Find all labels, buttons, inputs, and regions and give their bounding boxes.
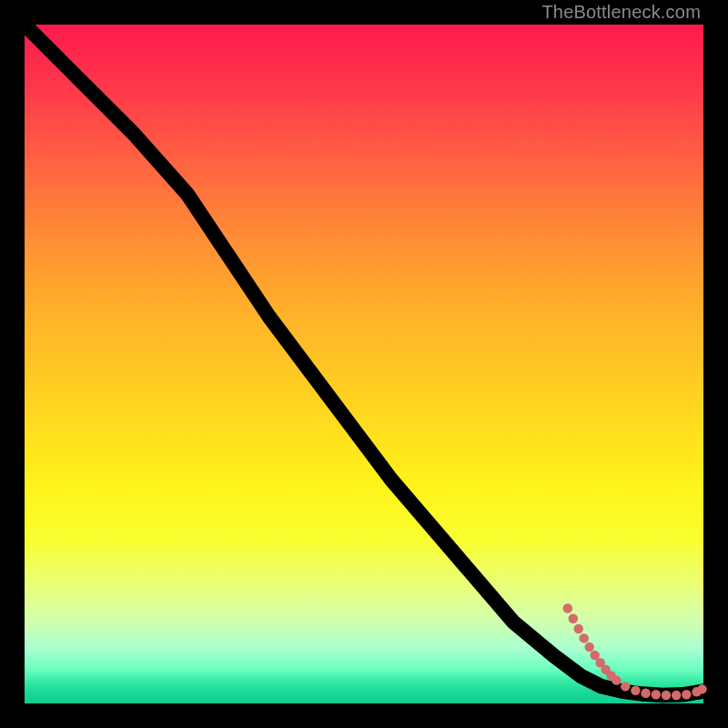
data-point	[579, 633, 588, 642]
data-point	[641, 689, 650, 698]
data-point	[652, 690, 661, 699]
data-point	[563, 603, 572, 612]
data-point	[574, 624, 583, 633]
data-point	[631, 686, 640, 695]
chart-frame: TheBottleneck.com	[0, 0, 728, 728]
chart-overlay	[25, 25, 703, 703]
data-point	[672, 691, 681, 700]
data-point	[612, 675, 621, 684]
watermark-text: TheBottleneck.com	[541, 2, 701, 23]
data-point	[682, 690, 691, 699]
data-point	[569, 614, 578, 623]
data-point	[584, 642, 593, 652]
data-point	[697, 684, 706, 693]
bottleneck-curve	[25, 25, 703, 695]
data-point	[662, 691, 671, 700]
data-point	[621, 682, 630, 691]
